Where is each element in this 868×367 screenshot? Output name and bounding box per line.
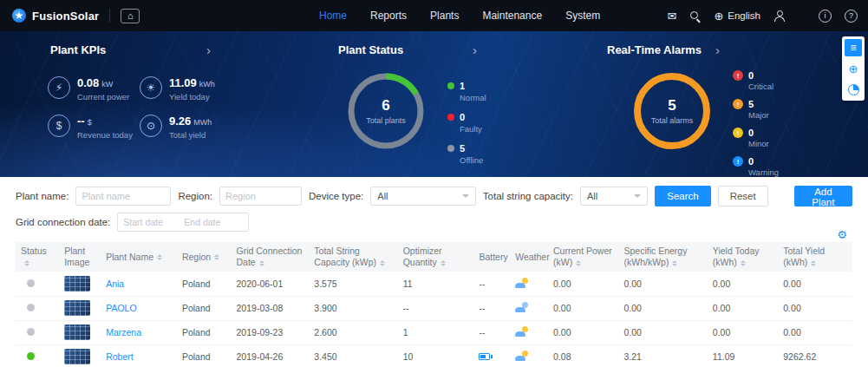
start-date-input[interactable] [123, 214, 177, 230]
sort-icon[interactable] [741, 260, 746, 266]
plant-name-link[interactable]: Ania [106, 279, 124, 289]
plant-kpis-header[interactable]: Plant KPIs › [50, 43, 211, 57]
col-header-specific_energy[interactable]: Specific Energy (kWh/kWp) [618, 242, 707, 272]
weather-icon [515, 278, 529, 288]
language-switcher[interactable]: ⊕ English [714, 10, 760, 22]
sun-icon: ☀ [140, 76, 162, 99]
weather-icon [515, 351, 529, 361]
sort-icon[interactable] [576, 260, 581, 266]
total-plants-label: Total plants [366, 116, 406, 125]
legend-value: 0 [748, 156, 754, 167]
list-icon[interactable]: ≡ [845, 39, 862, 56]
plant-name-link[interactable]: PAOLO [106, 303, 136, 313]
nav-item-reports[interactable]: Reports [370, 10, 407, 22]
solar-panel-thumbnail[interactable] [64, 324, 90, 340]
device-type-label: Device type: [309, 191, 363, 201]
legend-value: 1 [460, 81, 465, 91]
legend-label: Normal [460, 93, 486, 102]
region-label: Region: [178, 191, 212, 201]
grid-date-range[interactable] [117, 213, 249, 232]
solar-panel-thumbnail[interactable] [64, 349, 90, 364]
table-row: MarzenaPoland2019-09-232.6001--0.000.000… [16, 320, 852, 344]
sort-icon[interactable] [214, 254, 219, 260]
plant-name-link[interactable]: Marzena [106, 327, 141, 338]
kpi-value: 0.08 [77, 76, 99, 89]
col-header-region[interactable]: Region [177, 242, 232, 272]
lightning-icon: ⚡ [48, 76, 70, 99]
divider [109, 9, 110, 23]
kpi-value: 11.09 [169, 76, 197, 89]
sort-icon[interactable] [24, 260, 29, 266]
plant-name-label: Plant name: [16, 191, 69, 201]
solar-panel-thumbnail[interactable] [64, 300, 90, 316]
device-type-select[interactable]: All [370, 187, 476, 206]
nav-item-plants[interactable]: Plants [430, 10, 459, 22]
chevron-down-icon [634, 194, 641, 198]
add-plant-button[interactable]: Add Plant [794, 186, 852, 206]
legend-label: Offline [460, 155, 486, 165]
grid-date-label: Grid connection date: [16, 217, 110, 227]
col-header-current_power[interactable]: Current Power (kW) [548, 242, 618, 272]
col-header-status[interactable]: Status [16, 242, 59, 272]
brand[interactable]: FusionSolar [12, 9, 99, 23]
string-capacity-select[interactable]: All [580, 187, 648, 206]
search-icon[interactable] [689, 10, 701, 22]
string-capacity-label: Total string capacity: [483, 191, 573, 201]
col-header-optimizer[interactable]: Optimizer Quantity [398, 242, 474, 272]
major-alarm-icon: ! [733, 99, 743, 109]
filter-bar: Plant name: Region: Device type: All Tot… [0, 177, 868, 239]
plant-name-input[interactable] [75, 187, 171, 206]
sort-icon[interactable] [441, 260, 446, 266]
top-nav-bar: FusionSolar ⌂ HomeReportsPlantsMaintenan… [0, 0, 868, 31]
alarm-legend-item: !0Minor [733, 128, 779, 148]
col-header-name[interactable]: Plant Name [101, 242, 177, 272]
col-header-yield_today[interactable]: Yield Today (kWh) [708, 242, 778, 272]
region-input[interactable] [219, 187, 302, 206]
help-icon[interactable]: ? [845, 10, 858, 23]
col-header-total_yield[interactable]: Total Yield (kWh) [778, 242, 852, 272]
nav-item-system[interactable]: System [565, 10, 600, 22]
legend-label: Warning [748, 167, 779, 177]
kpi-unit: kWh [199, 80, 215, 88]
mail-icon[interactable]: ✉ [667, 10, 676, 22]
sort-icon[interactable] [672, 260, 677, 266]
kpi-value: 9.26 [169, 115, 191, 128]
status-dot-icon [447, 114, 454, 121]
plant-status-header[interactable]: Plant Status › [338, 43, 477, 57]
legend-label: Minor [748, 139, 779, 148]
kpi-item: ⚡0.08kWCurrent power [48, 76, 140, 102]
sort-icon[interactable] [811, 260, 816, 266]
kpi-label: Yield today [169, 92, 215, 102]
status-legend: 1Normal0Faulty5Offline [447, 81, 486, 165]
info-icon[interactable]: i [819, 10, 832, 23]
total-alarms-label: Total alarms [651, 116, 694, 125]
table-row: AniaPoland2020-06-013.57511--0.000.000.0… [16, 272, 852, 296]
table-row: RobertPoland2019-04-263.450100.083.2111.… [16, 344, 852, 367]
end-date-input[interactable] [184, 214, 238, 230]
realtime-alarms-title: Real-Time Alarms [607, 43, 702, 56]
critical-alarm-icon: ! [733, 70, 743, 81]
sort-icon[interactable] [259, 260, 264, 266]
nav-item-maintenance[interactable]: Maintenance [482, 10, 542, 22]
col-header-capacity[interactable]: Total String Capacity (kWp) [309, 242, 397, 272]
table-body: AniaPoland2020-06-013.57511--0.000.000.0… [16, 272, 852, 367]
sort-icon[interactable] [380, 260, 385, 266]
total-alarms-value: 5 [668, 97, 675, 115]
gear-icon[interactable]: ⚙ [837, 228, 847, 241]
user-icon[interactable] [773, 10, 786, 22]
search-button[interactable]: Search [655, 186, 710, 206]
nav-item-home[interactable]: Home [319, 10, 347, 22]
home-glyph: ⌂ [127, 10, 134, 21]
home-icon[interactable]: ⌂ [121, 9, 140, 23]
solar-panel-thumbnail[interactable] [64, 276, 90, 292]
sort-icon[interactable] [157, 254, 162, 260]
reset-button[interactable]: Reset [718, 186, 768, 206]
legend-value: 5 [748, 99, 754, 109]
kpi-value: -- [77, 115, 85, 128]
col-header-date[interactable]: Grid Connection Date [232, 242, 310, 272]
realtime-alarms-header[interactable]: Real-Time Alarms › [607, 43, 720, 57]
globe-icon[interactable]: ⊕ [845, 60, 862, 77]
kpi-unit: $ [88, 118, 92, 127]
pie-chart-icon[interactable] [845, 81, 862, 98]
plant-name-link[interactable]: Robert [106, 351, 134, 362]
